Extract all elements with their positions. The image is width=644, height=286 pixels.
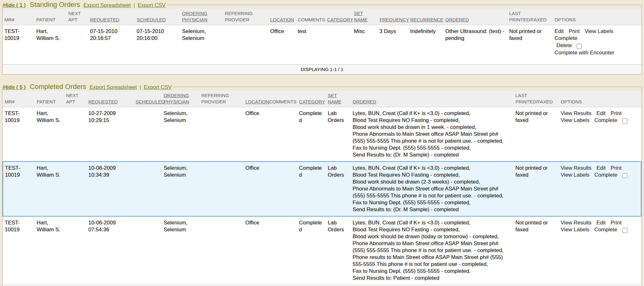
cell-mr: TEST-10019	[3, 285, 35, 286]
standing-paging-status: DISPLAYING 1-1 / 1	[3, 64, 641, 74]
delete-link[interactable]: Delete	[556, 42, 572, 48]
standing-export-spreadsheet-link[interactable]: Export Spreadsheet	[83, 2, 130, 8]
view-labels-link[interactable]: View Labels	[585, 28, 613, 34]
print-link[interactable]: Print	[611, 110, 622, 116]
cell-patient: Hart, William S.	[35, 216, 64, 285]
cell-scheduled	[134, 216, 162, 285]
completed-orders-title: Completed Orders	[27, 83, 88, 91]
col-ordered[interactable]: ORDERED	[443, 9, 507, 25]
table-bottom-spacer	[3, 59, 641, 64]
cell-category: Completed	[297, 216, 326, 285]
cell-options: View Results Edit Print View Labels Comp…	[559, 216, 641, 285]
view-results-link[interactable]: View Results	[561, 165, 591, 171]
complete-link[interactable]: Complete	[594, 117, 617, 123]
cell-referring-provider	[199, 107, 243, 162]
standing-orders-table: MR# PATIENT NEXT APT REQUESTED SCHEDULED…	[3, 9, 641, 59]
col-requested[interactable]: REQUESTED	[88, 9, 135, 25]
cell-ordering-physician: Selenium, Selenium	[162, 162, 199, 216]
completed-order-row: TEST-10019 Hart, William S. 10-27-2009 1…	[3, 107, 641, 162]
completed-order-row: TEST-10019 Hart, William S. 10-06-2009 0…	[3, 216, 641, 285]
cell-scheduled	[134, 285, 162, 286]
col-mr: MR#	[3, 91, 35, 107]
hide-standing-orders-link[interactable]: Hide ( 1 )	[3, 2, 26, 8]
col-location[interactable]: LOCATION	[268, 9, 296, 25]
cell-referring-provider	[199, 162, 243, 216]
cell-recurrence: Indefinitely	[408, 25, 443, 60]
cell-ordered: Other Ultrasound: (test) - pending	[443, 25, 507, 60]
col-ordered[interactable]: ORDERED	[351, 91, 514, 107]
completed-export-csv-link[interactable]: Export CSV	[144, 84, 172, 90]
cell-requested: 10-27-2009 10:29:15	[86, 107, 134, 162]
col-last-printed-faxed: LAST PRINTED/FAXED	[507, 9, 552, 25]
hide-completed-orders-link[interactable]: Hide ( 5 )	[3, 84, 26, 90]
col-frequency[interactable]: FREQUENCY	[378, 9, 408, 25]
complete-link[interactable]: Complete	[594, 227, 617, 233]
completed-orders-section: Hide ( 5 ) Completed Orders Export Sprea…	[2, 83, 642, 286]
col-set-name[interactable]: SET NAME	[352, 9, 377, 25]
cell-location: Office	[243, 107, 267, 162]
edit-link[interactable]: Edit	[597, 165, 606, 171]
cell-referring-provider	[223, 25, 268, 60]
order-checkbox[interactable]	[577, 44, 582, 49]
complete-link[interactable]: Complete	[594, 172, 617, 178]
completed-orders-table: MR# PATIENT NEXT APT REQUESTED SCHEDULED…	[3, 91, 641, 286]
order-checkbox[interactable]	[622, 228, 627, 233]
cell-category	[325, 25, 352, 60]
cell-location: Office	[243, 285, 267, 286]
standing-orders-table-wrap: MR# PATIENT NEXT APT REQUESTED SCHEDULED…	[3, 9, 641, 64]
standing-orders-header-row: MR# PATIENT NEXT APT REQUESTED SCHEDULED…	[3, 9, 641, 25]
cell-requested: 07-15-2010 20:16:57	[88, 25, 135, 60]
view-labels-link[interactable]: View Labels	[561, 172, 589, 178]
cell-requested: 08-21-2009 16:28:40	[86, 285, 134, 286]
col-category[interactable]: CATEGORY	[325, 9, 352, 25]
col-scheduled[interactable]: SCHEDULED	[135, 9, 180, 25]
view-results-link[interactable]: View Results	[561, 110, 591, 116]
order-checkbox[interactable]	[622, 118, 627, 124]
col-referring-provider: REFERRING PROVIDER	[199, 91, 243, 107]
view-labels-link[interactable]: View Labels	[561, 227, 589, 233]
view-labels-link[interactable]: View Labels	[561, 117, 589, 123]
standing-export-csv-link[interactable]: Export CSV	[138, 2, 166, 8]
col-options: OPTIONS	[552, 9, 641, 25]
col-last-printed-faxed: LAST PRINTED/FAXED	[514, 91, 559, 107]
standing-orders-title: Standing Orders	[27, 1, 82, 8]
col-ordering-physician[interactable]: ORDERING PHYSICIAN	[180, 9, 223, 25]
cell-location: Office	[243, 162, 267, 216]
col-set-name[interactable]: SET NAME	[326, 91, 351, 107]
cell-requested: 10-06-2009 07:54:36	[86, 216, 134, 285]
complete-link[interactable]: Complete	[554, 35, 577, 41]
edit-link[interactable]: Edit	[597, 110, 606, 116]
col-location[interactable]: LOCATION	[243, 91, 267, 107]
col-options: OPTIONS	[559, 91, 641, 107]
print-link[interactable]: Print	[569, 28, 580, 34]
col-scheduled[interactable]: SCHEDULED	[134, 91, 162, 107]
cell-next-apt	[64, 107, 86, 162]
print-link[interactable]: Print	[611, 220, 622, 226]
cell-options: View Results Edit Print View Labels Comp…	[559, 162, 641, 216]
cell-comments	[267, 162, 297, 216]
edit-link[interactable]: Edit	[597, 220, 606, 226]
complete-with-encounter-link[interactable]: Complete with Encounter	[554, 50, 614, 56]
cell-last-printed-faxed: Not printed or faxed	[514, 285, 559, 286]
completed-export-spreadsheet-link[interactable]: Export Spreadsheet	[90, 84, 137, 90]
cell-scheduled	[134, 162, 162, 216]
cell-ordered: Lytes, BUN, Creat (Call if K+ is <3.0) -…	[351, 285, 514, 286]
print-link[interactable]: Print	[611, 165, 622, 171]
view-results-link[interactable]: View Results	[561, 220, 591, 226]
col-next-apt: NEXT APT	[66, 9, 88, 25]
cell-last-printed-faxed: Not printed or faxed	[514, 216, 559, 285]
cell-next-apt	[64, 162, 86, 216]
order-checkbox[interactable]	[622, 173, 627, 178]
edit-link[interactable]: Edit	[554, 28, 564, 34]
cell-options: View Results Edit Print View Labels Comp…	[559, 107, 641, 162]
cell-frequency: 3 Days	[378, 25, 408, 60]
cell-options: View Results Edit Print View Labels Comp…	[559, 285, 641, 286]
col-patient: PATIENT	[35, 91, 64, 107]
cell-comments	[267, 107, 297, 162]
col-category[interactable]: CATEGORY	[297, 91, 326, 107]
col-requested[interactable]: REQUESTED	[86, 91, 134, 107]
col-ordering-physician[interactable]: ORDERING PHYSICIAN	[162, 91, 199, 107]
cell-options: Edit Print View Labels Complete Delete C…	[552, 25, 641, 60]
col-recurrence[interactable]: RECURRENCE	[408, 9, 443, 25]
col-patient: PATIENT	[35, 9, 67, 25]
